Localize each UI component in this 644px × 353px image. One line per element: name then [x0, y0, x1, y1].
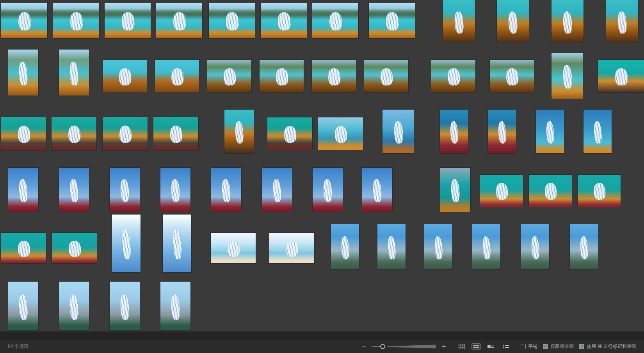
photo-thumbnail[interactable]: [369, 3, 415, 38]
photo-thumbnail[interactable]: [163, 215, 191, 272]
photo-thumbnail[interactable]: [211, 168, 241, 212]
photo-thumbnail[interactable]: [267, 117, 312, 150]
slider-knob[interactable]: [380, 344, 385, 349]
photo-thumbnail[interactable]: [59, 50, 89, 96]
photo-thumbnail[interactable]: [105, 3, 151, 38]
photo-thumbnail[interactable]: [521, 224, 549, 269]
photo-thumbnail[interactable]: [103, 60, 147, 92]
photo-thumbnail[interactable]: [155, 60, 199, 92]
person-figure: [393, 121, 404, 144]
thumbnail-size-slider[interactable]: [372, 344, 436, 349]
tile-option[interactable]: 平铺: [521, 343, 537, 350]
person-figure: [69, 61, 79, 86]
photo-thumbnail[interactable]: [480, 175, 523, 207]
photo-thumbnail[interactable]: [443, 0, 475, 43]
person-figure: [380, 68, 393, 86]
photo-thumbnail[interactable]: [112, 215, 141, 272]
details-view-button[interactable]: [486, 343, 496, 350]
cmd-marking-option[interactable]: ✓使用 ⌘ 进行标记和评级: [579, 343, 636, 350]
photo-thumbnail[interactable]: [260, 60, 304, 92]
photo-thumbnail[interactable]: [1, 117, 46, 150]
photo-thumbnail[interactable]: [362, 168, 392, 212]
photo-thumbnail[interactable]: [156, 3, 202, 38]
photo-thumbnail[interactable]: [1, 233, 46, 263]
person-figure: [275, 68, 288, 86]
photo-thumbnail[interactable]: [488, 110, 516, 153]
photo-thumbnail[interactable]: [529, 175, 572, 207]
photo-thumbnail[interactable]: [440, 110, 468, 153]
photo-thumbnail[interactable]: [59, 168, 89, 212]
photo-thumbnail[interactable]: [331, 224, 359, 269]
photo-thumbnail[interactable]: [211, 233, 256, 263]
person-figure: [580, 236, 589, 259]
photo-thumbnail[interactable]: [8, 50, 38, 96]
photo-thumbnail[interactable]: [364, 60, 408, 92]
photo-thumbnail[interactable]: [8, 282, 38, 330]
photo-thumbnail[interactable]: [103, 117, 148, 150]
zoom-in-button[interactable]: +: [441, 344, 447, 349]
photo-thumbnail[interactable]: [551, 53, 583, 99]
photo-thumbnail[interactable]: [8, 168, 38, 212]
tile-checkbox[interactable]: [521, 344, 526, 349]
grid-view-button[interactable]: [457, 342, 467, 351]
photo-thumbnail[interactable]: [440, 168, 470, 212]
photo-thumbnail[interactable]: [207, 60, 251, 92]
photo-thumbnail[interactable]: [570, 224, 598, 269]
photo-thumbnail[interactable]: [318, 117, 363, 150]
photo-thumbnail[interactable]: [59, 282, 89, 330]
photo-thumbnail[interactable]: [1, 3, 47, 38]
photo-thumbnail[interactable]: [584, 110, 612, 153]
photo-thumbnail[interactable]: [224, 110, 254, 153]
photo-thumbnail[interactable]: [472, 224, 500, 269]
person-figure: [223, 68, 236, 86]
photo-thumbnail[interactable]: [424, 224, 452, 269]
zoom-out-button[interactable]: −: [361, 344, 367, 349]
slider-range-wedge[interactable]: [387, 344, 436, 349]
photo-thumbnail[interactable]: [598, 60, 644, 92]
photo-thumbnail[interactable]: [110, 168, 140, 212]
photo-thumbnail[interactable]: [209, 3, 255, 38]
person-figure: [173, 12, 186, 31]
thumbnails-only-checkbox[interactable]: ✓: [543, 344, 548, 349]
divider: [516, 343, 516, 350]
person-figure: [121, 12, 135, 31]
photo-thumbnail[interactable]: [262, 168, 292, 212]
photo-thumbnail[interactable]: [53, 3, 99, 38]
photo-thumbnail[interactable]: [52, 117, 96, 150]
person-figure: [454, 11, 464, 34]
person-figure: [18, 294, 28, 320]
person-figure: [329, 12, 342, 31]
thumbnail-view-button[interactable]: [471, 343, 481, 350]
photo-thumbnail[interactable]: [578, 175, 621, 207]
person-figure: [69, 179, 79, 202]
photo-thumbnail[interactable]: [160, 282, 190, 330]
photo-thumbnail[interactable]: [497, 0, 529, 43]
photo-thumbnail[interactable]: [490, 60, 534, 92]
photo-thumbnail[interactable]: [377, 224, 406, 269]
person-figure: [225, 12, 239, 31]
photo-thumbnail[interactable]: [269, 233, 314, 263]
photo-thumbnail[interactable]: [312, 60, 356, 92]
person-figure: [285, 240, 299, 257]
photo-thumbnail[interactable]: [551, 0, 584, 43]
photo-thumbnail[interactable]: [606, 0, 638, 43]
photo-thumbnail[interactable]: [536, 110, 564, 153]
person-figure: [341, 236, 350, 259]
photo-thumbnail[interactable]: [52, 233, 97, 263]
person-figure: [18, 12, 31, 31]
photo-thumbnail[interactable]: [160, 168, 190, 212]
photo-thumbnail[interactable]: [313, 168, 343, 212]
list-view-button[interactable]: [501, 343, 511, 350]
person-figure: [562, 11, 573, 34]
photo-thumbnail[interactable]: [153, 117, 198, 150]
cmd-marking-checkbox[interactable]: ✓: [579, 344, 584, 349]
photo-thumbnail[interactable]: [110, 282, 140, 330]
thumbnails-only-option[interactable]: ✓仅限缩览图: [543, 343, 574, 350]
photo-thumbnail[interactable]: [261, 3, 307, 38]
photo-thumbnail[interactable]: [382, 110, 414, 153]
person-figure: [17, 240, 30, 257]
person-figure: [593, 183, 606, 200]
photo-thumbnail[interactable]: [312, 3, 358, 38]
person-figure: [562, 64, 572, 89]
photo-thumbnail[interactable]: [431, 60, 475, 92]
